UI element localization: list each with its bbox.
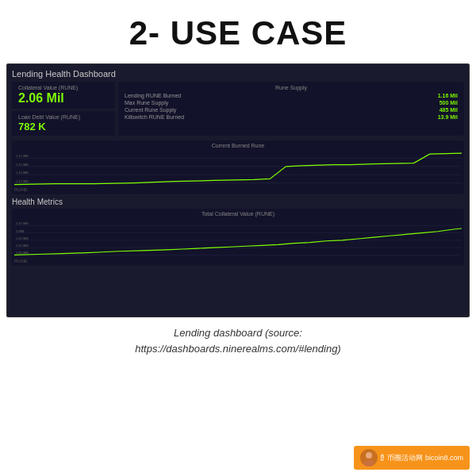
chart1-section: Current Burned Rune 1.16 MM 1.15 MM 1.14… [12, 140, 464, 194]
chart2-y-label: RUNE [14, 259, 28, 263]
svg-text:1.14 MM: 1.14 MM [16, 171, 29, 175]
svg-text:2.16 MM: 2.16 MM [16, 222, 29, 226]
metrics-row: Collateral Value (RUNE) 2.06 Mil Loan De… [12, 82, 464, 136]
watermark-text: 币圈活动网 bicoin8.com [387, 453, 463, 463]
rune-supply-item-3: Killswitch RUNE Burned 13.9 Mil [125, 114, 458, 120]
svg-text:1.16 MM: 1.16 MM [16, 154, 29, 158]
chart2-title: Total Collateral Value (RUNE) [14, 211, 462, 217]
rune-supply-box: Rune Supply Lending RUNE Burned 1.16 Mil… [118, 82, 464, 136]
rune-supply-value-2: 485 Mil [440, 107, 458, 113]
page-title: 2- USE CASE [0, 0, 476, 63]
svg-point-19 [363, 460, 374, 466]
rune-supply-label-1: Max Rune Supply [125, 100, 168, 106]
collateral-metric: Collateral Value (RUNE) 2.06 Mil [12, 82, 115, 109]
loan-value: 782 K [18, 121, 109, 132]
watermark-avatar [360, 449, 378, 466]
rune-supply-label-0: Lending RUNE Burned [125, 93, 181, 98]
watermark: ₿ 币圈活动网 bicoin8.com [354, 446, 470, 470]
dashboard-title: Lending Health Dashboard [12, 69, 464, 79]
loan-metric: Loan Debt Value (RUNE) 782 K [12, 111, 115, 136]
rune-supply-label-3: Killswitch RUNE Burned [125, 114, 184, 120]
loan-label: Loan Debt Value (RUNE) [18, 114, 109, 120]
svg-text:1.90 MM: 1.90 MM [16, 244, 29, 248]
health-section-title: Health Metrics [12, 198, 464, 206]
collateral-label: Collateral Value (RUNE) [18, 85, 109, 90]
chart1-title: Current Burned Rune [14, 143, 462, 148]
svg-point-18 [366, 452, 372, 459]
rune-supply-value-0: 1.16 Mil [438, 93, 458, 98]
chart2-section: Total Collateral Value (RUNE) 2.16 MM 2 … [12, 209, 464, 266]
rune-supply-item-1: Max Rune Supply 500 Mil [125, 100, 458, 106]
chart1-y-label: RUNE [14, 187, 28, 192]
rune-supply-title: Rune Supply [125, 85, 458, 90]
svg-text:1.13 MM: 1.13 MM [16, 178, 29, 182]
caption-line2: https://dashboards.ninerealms.com/#lendi… [0, 341, 476, 357]
rune-supply-value-3: 13.9 Mil [438, 114, 458, 120]
svg-text:1.96 MM: 1.96 MM [16, 236, 29, 240]
svg-text:1.15 MM: 1.15 MM [16, 163, 29, 167]
chart1-svg: 1.16 MM 1.15 MM 1.14 MM 1.13 MM [14, 150, 462, 191]
caption-line1: Lending dashboard (source: [0, 325, 476, 341]
rune-supply-label-2: Current Rune Supply [125, 107, 176, 113]
svg-text:2 MM: 2 MM [16, 229, 24, 233]
svg-text:1.86 MM: 1.86 MM [16, 251, 29, 255]
rune-supply-item-0: Lending RUNE Burned 1.16 Mil [125, 93, 458, 98]
rune-supply-value-1: 500 Mil [440, 100, 458, 106]
chart2-svg: 2.16 MM 2 MM 1.96 MM 1.90 MM 1.86 MM [14, 218, 462, 259]
caption-area: Lending dashboard (source: https://dashb… [0, 325, 476, 356]
dashboard-panel: Lending Health Dashboard Collateral Valu… [6, 63, 470, 317]
bitcoin-icon: ₿ [381, 454, 384, 462]
rune-supply-item-2: Current Rune Supply 485 Mil [125, 107, 458, 113]
collateral-value: 2.06 Mil [18, 91, 109, 106]
left-metrics: Collateral Value (RUNE) 2.06 Mil Loan De… [12, 82, 115, 136]
